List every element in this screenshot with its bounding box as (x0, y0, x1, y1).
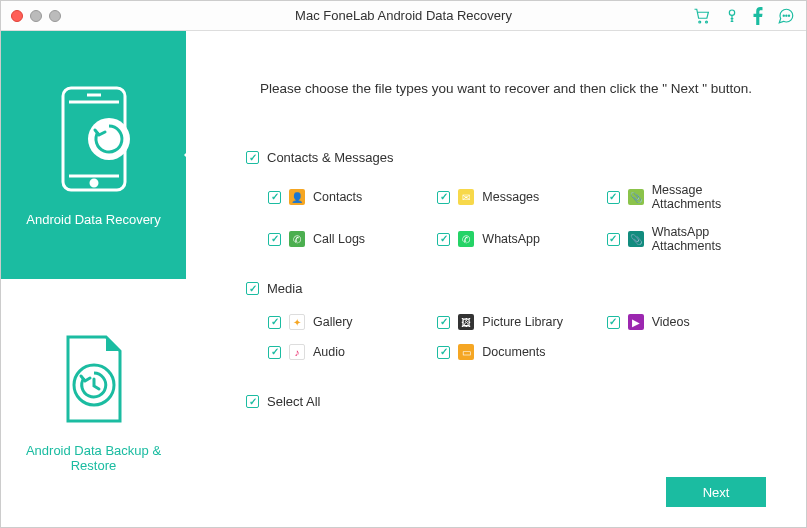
checkbox-picture-library[interactable] (437, 316, 450, 329)
filetype-label: Gallery (313, 315, 353, 329)
whatsapp-attachments-icon: 📎 (628, 231, 644, 247)
whatsapp-icon: ✆ (458, 231, 474, 247)
picture-library-icon: 🖼 (458, 314, 474, 330)
feedback-icon[interactable] (776, 7, 796, 25)
main-panel: Please choose the file types you want to… (186, 31, 806, 527)
contacts-icon: 👤 (289, 189, 305, 205)
filetype-item-message-attachments: 📎 Message Attachments (607, 183, 766, 211)
checkbox-gallery[interactable] (268, 316, 281, 329)
filetype-item-audio: ♪ Audio (268, 344, 427, 360)
cart-icon[interactable] (692, 7, 712, 25)
checkbox-select-all[interactable] (246, 395, 259, 408)
filetype-label: Videos (652, 315, 690, 329)
next-button[interactable]: Next (666, 477, 766, 507)
window-title: Mac FoneLab Android Data Recovery (1, 8, 806, 23)
filetype-label: Messages (482, 190, 539, 204)
filetype-label: Contacts (313, 190, 362, 204)
section-title: Media (267, 281, 302, 296)
checkbox-videos[interactable] (607, 316, 620, 329)
filetype-item-picture-library: 🖼 Picture Library (437, 314, 596, 330)
sidebar-item-backup[interactable]: Android Data Backup & Restore (1, 279, 186, 527)
svg-point-4 (786, 15, 787, 16)
audio-icon: ♪ (289, 344, 305, 360)
filetype-label: WhatsApp Attachments (652, 225, 766, 253)
section-header-contacts-messages: Contacts & Messages (246, 150, 766, 165)
filetype-item-messages: ✉ Messages (437, 183, 596, 211)
sidebar: Android Data Recovery Android Data Backu… (1, 31, 186, 527)
traffic-lights (11, 10, 61, 22)
message-attachments-icon: 📎 (628, 189, 644, 205)
window-close-button[interactable] (11, 10, 23, 22)
filetype-item-videos: ▶ Videos (607, 314, 766, 330)
facebook-icon[interactable] (752, 7, 764, 25)
sidebar-item-label: Android Data Backup & Restore (11, 443, 176, 473)
svg-point-3 (783, 15, 784, 16)
footer: Next (246, 477, 766, 507)
filetype-label: Audio (313, 345, 345, 359)
checkbox-section-contacts-messages[interactable] (246, 151, 259, 164)
window-maximize-button[interactable] (49, 10, 61, 22)
filetype-item-whatsapp-attachments: 📎 WhatsApp Attachments (607, 225, 766, 253)
sidebar-item-label: Android Data Recovery (26, 212, 160, 227)
select-all-row: Select All (246, 394, 766, 409)
svg-point-1 (706, 21, 708, 23)
sidebar-item-recovery[interactable]: Android Data Recovery (1, 31, 186, 279)
phone-restore-icon (57, 84, 131, 194)
checkbox-whatsapp[interactable] (437, 233, 450, 246)
titlebar: Mac FoneLab Android Data Recovery (1, 1, 806, 31)
document-restore-icon (58, 333, 130, 425)
call-logs-icon: ✆ (289, 231, 305, 247)
section-title: Contacts & Messages (267, 150, 393, 165)
filetype-label: Picture Library (482, 315, 563, 329)
select-all-label: Select All (267, 394, 320, 409)
filetype-item-call-logs: ✆ Call Logs (268, 225, 427, 253)
filetype-label: WhatsApp (482, 232, 540, 246)
messages-icon: ✉ (458, 189, 474, 205)
gallery-icon: ✦ (289, 314, 305, 330)
filetype-label: Message Attachments (652, 183, 766, 211)
svg-point-9 (91, 180, 97, 186)
section-grid-media: ✦ Gallery 🖼 Picture Library ▶ Videos ♪ A… (268, 314, 766, 360)
checkbox-message-attachments[interactable] (607, 191, 620, 204)
filetype-item-gallery: ✦ Gallery (268, 314, 427, 330)
filetype-item-contacts: 👤 Contacts (268, 183, 427, 211)
svg-point-0 (699, 21, 701, 23)
filetype-item-whatsapp: ✆ WhatsApp (437, 225, 596, 253)
checkbox-documents[interactable] (437, 346, 450, 359)
documents-icon: ▭ (458, 344, 474, 360)
section-grid-contacts-messages: 👤 Contacts ✉ Messages 📎 Message Attachme… (268, 183, 766, 253)
svg-point-2 (729, 10, 734, 15)
filetype-label: Call Logs (313, 232, 365, 246)
checkbox-call-logs[interactable] (268, 233, 281, 246)
svg-point-5 (788, 15, 789, 16)
videos-icon: ▶ (628, 314, 644, 330)
window-minimize-button[interactable] (30, 10, 42, 22)
filetype-item-documents: ▭ Documents (437, 344, 596, 360)
checkbox-audio[interactable] (268, 346, 281, 359)
section-header-media: Media (246, 281, 766, 296)
checkbox-whatsapp-attachments[interactable] (607, 233, 620, 246)
filetype-label: Documents (482, 345, 545, 359)
instruction-text: Please choose the file types you want to… (246, 81, 766, 96)
svg-point-11 (88, 118, 130, 160)
key-icon[interactable] (724, 7, 740, 25)
checkbox-contacts[interactable] (268, 191, 281, 204)
header-icons (692, 7, 796, 25)
checkbox-messages[interactable] (437, 191, 450, 204)
checkbox-section-media[interactable] (246, 282, 259, 295)
